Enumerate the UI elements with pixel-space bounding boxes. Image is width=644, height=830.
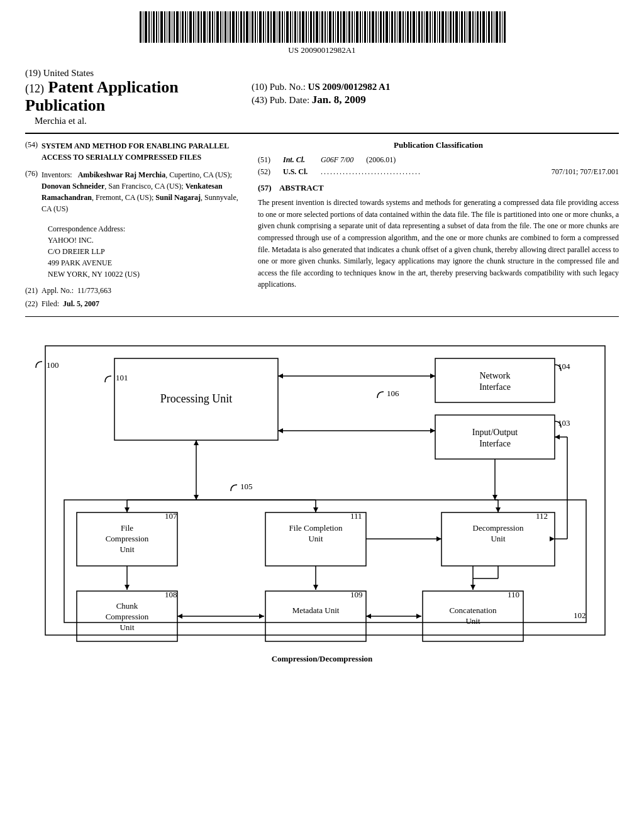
svg-rect-91 <box>383 11 384 43</box>
svg-rect-112 <box>439 11 440 43</box>
svg-rect-83 <box>362 11 363 43</box>
svg-rect-90 <box>380 11 382 43</box>
svg-rect-51 <box>277 11 277 43</box>
inventor-2-name: Donovan Schneider <box>42 182 104 191</box>
country-number: (19) <box>25 68 41 78</box>
svg-text:108: 108 <box>165 590 177 599</box>
svg-marker-194 <box>259 614 264 619</box>
pub-date-value: Jan. 8, 2009 <box>312 94 366 106</box>
svg-text:Unit: Unit <box>308 534 323 543</box>
svg-rect-73 <box>335 11 336 43</box>
appl-number: (21) <box>25 286 38 296</box>
svg-rect-135 <box>502 11 502 43</box>
svg-rect-12 <box>172 11 172 43</box>
us-cl-row: (52) U.S. Cl. ..........................… <box>258 167 619 177</box>
svg-rect-10 <box>167 11 167 43</box>
svg-marker-204 <box>470 585 475 590</box>
svg-text:100: 100 <box>47 360 59 370</box>
left-column: (54) SYSTEM AND METHOD FOR ENABLING PARA… <box>25 140 239 313</box>
pub-date-label: Pub. Date: <box>270 95 309 105</box>
svg-rect-7 <box>158 11 159 43</box>
pub-no-line: (10) Pub. No.: US 2009/0012982 A1 <box>252 82 619 92</box>
svg-text:112: 112 <box>536 511 548 521</box>
svg-rect-30 <box>220 11 221 43</box>
svg-rect-43 <box>255 11 256 43</box>
inventors-content: Inventors: Ambikeshwar Raj Merchia, Cupe… <box>42 169 239 214</box>
svg-rect-55 <box>286 11 289 43</box>
svg-text:Unit: Unit <box>119 545 135 554</box>
svg-text:107: 107 <box>165 511 177 521</box>
svg-rect-56 <box>290 11 291 43</box>
svg-text:110: 110 <box>508 590 519 599</box>
svg-rect-64 <box>310 11 312 43</box>
svg-marker-195 <box>177 614 182 619</box>
svg-marker-154 <box>430 428 435 433</box>
svg-rect-3 <box>148 11 150 43</box>
svg-rect-26 <box>209 11 211 43</box>
svg-rect-108 <box>430 11 431 43</box>
svg-rect-0 <box>140 11 142 43</box>
patent-type: (12) Patent Application Publication <box>25 79 239 114</box>
svg-rect-69 <box>325 11 326 43</box>
svg-rect-106 <box>424 11 425 43</box>
svg-rect-120 <box>461 11 463 43</box>
svg-rect-38 <box>240 11 242 43</box>
type-number: (12) <box>25 82 44 95</box>
svg-rect-37 <box>238 11 239 43</box>
svg-rect-124 <box>472 11 474 43</box>
svg-rect-50 <box>273 11 275 43</box>
svg-marker-198 <box>366 614 371 619</box>
svg-rect-116 <box>450 11 452 43</box>
svg-rect-133 <box>496 11 498 43</box>
svg-text:Chunk: Chunk <box>116 601 138 611</box>
svg-rect-119 <box>459 11 460 43</box>
svg-rect-9 <box>164 11 165 43</box>
svg-rect-113 <box>441 11 444 43</box>
svg-marker-161 <box>492 495 497 500</box>
processing-unit-label: Processing Unit <box>160 392 233 405</box>
diagram-caption: Compression/Decompression <box>25 654 619 664</box>
svg-text:Network: Network <box>480 371 511 380</box>
svg-rect-136 <box>504 11 506 43</box>
svg-rect-31 <box>223 11 223 43</box>
int-cl-row: (51) Int. Cl. G06F 7/00 (2006.01) <box>258 155 619 165</box>
svg-rect-93 <box>389 11 390 43</box>
svg-rect-66 <box>316 11 318 43</box>
svg-text:Unit: Unit <box>119 622 135 632</box>
pub-class-title: Publication Classification <box>258 140 619 150</box>
svg-rect-125 <box>475 11 475 43</box>
title-content: SYSTEM AND METHOD FOR ENABLING PARALLEL … <box>42 140 239 163</box>
svg-rect-101 <box>410 11 411 43</box>
svg-marker-197 <box>416 614 421 619</box>
svg-rect-78 <box>348 11 350 43</box>
svg-marker-152 <box>278 374 283 379</box>
svg-rect-114 <box>445 11 447 43</box>
svg-rect-6 <box>156 11 157 43</box>
inventor-1-loc: , Cupertino, CA (US); <box>165 170 232 179</box>
svg-rect-75 <box>340 11 341 43</box>
inventor-3-loc: , Fremont, CA (US); <box>92 193 155 202</box>
svg-rect-28 <box>214 11 215 43</box>
svg-marker-190 <box>125 585 130 590</box>
inventor-1-name: Ambikeshwar Raj Merchia <box>78 170 166 179</box>
svg-rect-81 <box>356 11 358 43</box>
svg-rect-45 <box>259 11 262 43</box>
svg-rect-20 <box>193 11 194 43</box>
correspondence-line-3: 499 PARK AVENUE <box>48 257 239 268</box>
svg-rect-60 <box>299 11 301 43</box>
correspondence-block: Correspondence Address: YAHOO! INC. C/O … <box>48 223 239 280</box>
title-number: (54) <box>25 140 38 163</box>
svg-rect-65 <box>313 11 314 43</box>
svg-rect-67 <box>319 11 320 43</box>
svg-rect-44 <box>257 11 258 43</box>
correspondence-line-2: C/O DREIER LLP <box>48 246 239 257</box>
svg-marker-151 <box>430 374 435 379</box>
pub-no-number: (10) <box>252 82 267 92</box>
diagram-svg: 100 101 Processing Unit Network Interfac… <box>33 333 611 648</box>
svg-rect-4 <box>151 11 152 43</box>
svg-marker-159 <box>194 440 199 445</box>
svg-rect-127 <box>480 11 481 43</box>
svg-rect-8 <box>160 11 163 43</box>
svg-rect-128 <box>482 11 485 43</box>
main-divider <box>25 133 619 134</box>
